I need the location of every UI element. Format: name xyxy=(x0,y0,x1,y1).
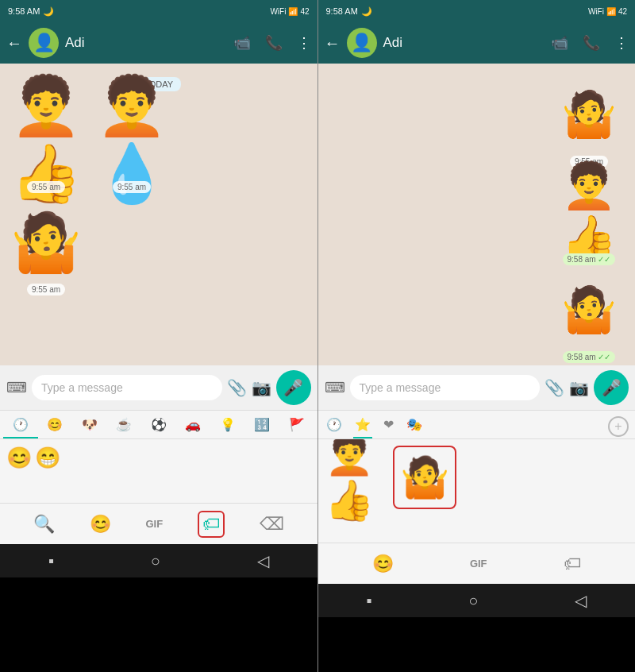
battery-left: 42 xyxy=(300,7,309,16)
bottom-keyboard-nav-right: 😊 GIF 🏷 xyxy=(318,543,636,584)
bottom-keyboard-nav-left: 🔍 😊 GIF 🏷 ⌫ xyxy=(0,503,318,544)
wifi-icon-left: WiFi xyxy=(270,7,286,16)
keyboard-icon-right[interactable]: ⌨ xyxy=(325,379,345,396)
contact-name-left[interactable]: Adi xyxy=(65,35,227,51)
camera-icon-right[interactable]: 📷 xyxy=(569,378,589,397)
moon-icon-right: 🌙 xyxy=(361,6,372,17)
moon-icon-left: 🌙 xyxy=(43,6,54,17)
camera-icon-left[interactable]: 📷 xyxy=(252,378,271,397)
msg-time-1: 9:55 am xyxy=(27,181,65,193)
square-nav-icon-left[interactable]: ▪ xyxy=(48,552,54,570)
input-bar-right: ⌨ Type a message 📎 📷 🎤 xyxy=(318,365,636,410)
status-bar-right: 9:58 AM 🌙 WiFi 📶 42 xyxy=(318,0,636,22)
keyboard-icon-left[interactable]: ⌨ xyxy=(6,379,27,396)
system-nav-right: ▪ ○ ◁ xyxy=(318,584,636,617)
back-button-right[interactable]: ← xyxy=(325,34,341,52)
square-nav-icon-right[interactable]: ▪ xyxy=(366,592,371,610)
video-call-icon-right[interactable]: 📹 xyxy=(551,34,568,52)
emoji-tab-recent[interactable]: 🕐 xyxy=(3,411,38,438)
attach-icon-left[interactable]: 📎 xyxy=(227,378,247,397)
back-nav-icon-right[interactable]: ◁ xyxy=(575,591,587,610)
search-nav-icon[interactable]: 🔍 xyxy=(33,514,55,535)
sticker-add-button[interactable]: + xyxy=(608,416,629,437)
mic-button-left[interactable]: 🎤 xyxy=(276,370,311,405)
emoji-tab-symbols[interactable]: 🔢 xyxy=(245,411,280,438)
sticker-panel-right: 🕐 ⭐ ❤ 🎭 + 🧑‍🦱👍 🤷 xyxy=(318,410,636,543)
emoji-tab-flags[interactable]: 🚩 xyxy=(279,411,314,438)
sticker-sent-thumbsup: 🧑‍🦱👍 xyxy=(549,172,629,252)
gif-nav-label[interactable]: GIF xyxy=(145,518,163,530)
emoji-tab-objects[interactable]: 💡 xyxy=(210,411,245,438)
back-button-left[interactable]: ← xyxy=(6,34,22,52)
message-input-right[interactable]: Type a message xyxy=(350,375,541,400)
emoji-item-2[interactable]: 😁 xyxy=(35,446,60,496)
msg-time-r3: 9:58 am ✓✓ xyxy=(563,351,616,363)
attach-icon-right[interactable]: 📎 xyxy=(545,378,564,397)
sticker-grid-right: 🧑‍🦱👍 🤷 xyxy=(318,439,636,543)
signal-icon-right: 📶 xyxy=(606,7,616,16)
contact-name-right[interactable]: Adi xyxy=(383,35,545,51)
battery-right: 42 xyxy=(618,7,627,16)
sticker-sweat-1: 🧑‍🦱💧 xyxy=(92,100,171,180)
sticker-shrug-1: 🤷 xyxy=(6,203,86,282)
sticker-tabs-right: 🕐 ⭐ ❤ 🎭 + xyxy=(318,411,636,439)
msg-time-2: 9:55 am xyxy=(113,181,151,193)
sticker-item-thumbsup[interactable]: 🧑‍🦱👍 xyxy=(325,446,388,509)
emoji-panel-left: 🕐 😊 🐶 ☕ ⚽ 🚗 💡 🔢 🚩 😊 😁 xyxy=(0,410,318,503)
sticker-sent-shrug: 🤷 xyxy=(549,270,629,350)
backspace-nav-icon[interactable]: ⌫ xyxy=(260,514,284,535)
emoji-tab-food[interactable]: ☕ xyxy=(107,411,142,438)
avatar-left: 👤 xyxy=(29,28,59,58)
sticker-bottom-icon-right[interactable]: 🏷 xyxy=(564,554,581,574)
emoji-tab-travel[interactable]: 🚗 xyxy=(176,411,211,438)
title-bar-right: ← 👤 Adi 📹 📞 ⋮ xyxy=(318,22,636,64)
sticker-tab-heart[interactable]: ❤ xyxy=(382,414,395,438)
signal-icon-left: 📶 xyxy=(288,7,298,16)
title-bar-left: ← 👤 Adi 📹 📞 ⋮ xyxy=(0,22,318,64)
more-options-icon-left[interactable]: ⋮ xyxy=(297,34,311,52)
screen-right: 9:58 AM 🌙 WiFi 📶 42 ← 👤 Adi 📹 📞 ⋮ xyxy=(318,0,636,672)
chat-area-right: 🤷 9:55 am 🧑‍🦱👍 9:58 am ✓✓ 🤷 9:58 am xyxy=(318,64,636,365)
table-row: 🤷 9:55 am xyxy=(6,203,311,295)
table-row: 🧑‍🦱💧 9:55 am xyxy=(92,100,171,193)
sticker-item-shrug[interactable]: 🤷 xyxy=(393,446,456,509)
sticker-received-right: 🤷 xyxy=(549,75,629,154)
back-nav-icon-left[interactable]: ◁ xyxy=(257,551,269,570)
wifi-icon-right: WiFi xyxy=(588,7,604,16)
mic-button-right[interactable]: 🎤 xyxy=(594,370,629,405)
sticker-tab-recent[interactable]: 🕐 xyxy=(325,414,344,438)
input-bar-left: ⌨ Type a message 📎 📷 🎤 xyxy=(0,365,318,410)
avatar-right: 👤 xyxy=(347,28,377,58)
status-bar-left: 9:58 AM 🌙 WiFi 📶 42 xyxy=(0,0,318,22)
time-left: 9:58 AM xyxy=(8,6,40,16)
voice-call-icon-right[interactable]: 📞 xyxy=(583,34,600,52)
emoji-nav-icon[interactable]: 😊 xyxy=(90,514,111,535)
title-actions-left: 📹 📞 ⋮ xyxy=(233,34,311,52)
emoji-tab-animals[interactable]: 🐶 xyxy=(72,411,107,438)
sticker-thumbsup-1: 🧑‍🦱👍 xyxy=(6,100,86,180)
emoji-tabs-left: 🕐 😊 🐶 ☕ ⚽ 🚗 💡 🔢 🚩 xyxy=(0,411,318,439)
msg-time-r2: 9:58 am ✓✓ xyxy=(563,253,616,265)
home-nav-icon-left[interactable]: ○ xyxy=(151,552,160,570)
table-row: 🧑‍🦱👍 9:55 am xyxy=(6,100,86,193)
sticker-tab-pack[interactable]: 🎭 xyxy=(405,414,424,438)
system-nav-left: ▪ ○ ◁ xyxy=(0,544,318,577)
video-call-icon[interactable]: 📹 xyxy=(233,34,251,52)
emoji-tab-faces[interactable]: 😊 xyxy=(38,411,73,438)
emoji-item-1[interactable]: 😊 xyxy=(6,446,32,496)
message-input-left[interactable]: Type a message xyxy=(32,375,222,400)
screen-left: 9:58 AM 🌙 WiFi 📶 42 ← 👤 Adi 📹 📞 ⋮ xyxy=(0,0,318,672)
voice-call-icon[interactable]: 📞 xyxy=(265,34,283,52)
time-right: 9:58 AM xyxy=(326,6,358,16)
emoji-tab-sports[interactable]: ⚽ xyxy=(141,411,176,438)
chat-area-left: TODAY 🧑‍🦱👍 9:55 am 🧑‍🦱💧 9:55 am xyxy=(0,64,318,365)
msg-time-3: 9:55 am xyxy=(27,284,65,295)
home-nav-icon-right[interactable]: ○ xyxy=(468,592,478,610)
gif-bottom-label-right[interactable]: GIF xyxy=(470,558,487,570)
more-options-icon-right[interactable]: ⋮ xyxy=(614,34,629,52)
title-actions-right: 📹 📞 ⋮ xyxy=(551,34,629,52)
sticker-tab-starred[interactable]: ⭐ xyxy=(353,414,372,438)
sticker-nav-icon[interactable]: 🏷 xyxy=(198,511,225,538)
emoji-grid-left: 😊 😁 xyxy=(0,439,318,503)
emoji-bottom-icon-right[interactable]: 😊 xyxy=(372,554,394,574)
